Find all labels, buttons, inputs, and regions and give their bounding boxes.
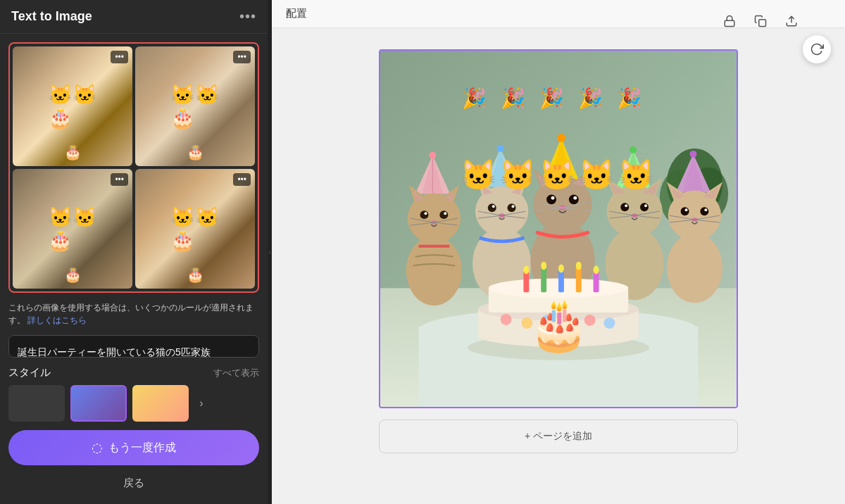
svg-rect-6 <box>419 327 699 407</box>
panel-header: Text to Image ••• <box>0 0 268 34</box>
style-thumb-2[interactable] <box>132 385 189 422</box>
style-nav-arrow[interactable]: › <box>194 396 208 410</box>
svg-rect-115 <box>541 267 546 293</box>
svg-point-20 <box>420 210 429 219</box>
svg-point-94 <box>685 208 688 211</box>
recreate-button[interactable]: ◌ もう一度作成 <box>8 430 259 465</box>
rule-link[interactable]: 詳しくはこちら <box>27 315 87 325</box>
rule-text: これらの画像を使用する場合は、いくつかのルールが適用されます。 詳しくはこちら <box>8 301 259 327</box>
svg-point-107 <box>521 317 532 329</box>
add-page-button[interactable]: + ページを追加 <box>379 420 738 453</box>
more-options-icon[interactable]: ••• <box>239 8 256 25</box>
svg-point-74 <box>620 203 629 211</box>
cat-emoji-1: 🐱🐱🎂 <box>13 46 132 166</box>
svg-point-109 <box>563 317 575 329</box>
svg-point-40 <box>492 205 495 208</box>
export-icon[interactable] <box>780 10 803 32</box>
svg-point-14 <box>429 152 436 159</box>
svg-point-68 <box>630 146 637 153</box>
svg-point-22 <box>425 212 427 215</box>
copy-icon[interactable] <box>749 10 772 32</box>
svg-point-101 <box>667 233 722 303</box>
svg-point-111 <box>603 317 615 329</box>
svg-point-108 <box>542 315 553 326</box>
svg-point-120 <box>541 262 546 270</box>
panel-content: 🐱🐱🎂 ••• 🐱🐱🎂 ••• 🐱🐱🎂 ••• 🐱🐱🎂 ••• <box>0 34 268 430</box>
style-thumb-plain[interactable] <box>8 385 65 422</box>
cat-emoji-2: 🐱🐱🎂 <box>135 46 255 166</box>
svg-point-92 <box>681 207 689 215</box>
svg-point-75 <box>640 203 649 211</box>
back-button[interactable]: 戻る <box>8 471 259 496</box>
svg-point-121 <box>558 265 564 273</box>
image-grid: 🐱🐱🎂 ••• 🐱🐱🎂 ••• 🐱🐱🎂 ••• 🐱🐱🎂 ••• <box>13 46 255 289</box>
svg-point-57 <box>569 194 579 204</box>
image-cell-4[interactable]: 🐱🐱🎂 ••• <box>135 169 255 289</box>
cell-menu-1[interactable]: ••• <box>111 51 128 63</box>
svg-point-56 <box>546 194 556 204</box>
image-cell-1[interactable]: 🐱🐱🎂 ••• <box>13 46 132 166</box>
svg-point-110 <box>584 315 596 326</box>
right-panel: 配置 <box>272 0 845 504</box>
lock-icon[interactable] <box>718 10 741 32</box>
svg-marker-52 <box>533 169 556 189</box>
svg-point-21 <box>439 210 448 219</box>
cat-emoji-4: 🐱🐱🎂 <box>135 169 255 289</box>
cell-menu-2[interactable]: ••• <box>233 51 251 63</box>
svg-point-32 <box>497 145 504 152</box>
style-label: スタイル <box>8 366 51 379</box>
main-cat-image: 🎉🎉🎉🎉🎉 <box>380 51 737 407</box>
style-thumb-1[interactable] <box>70 385 127 422</box>
cat-emoji-3: 🐱🐱🎂 <box>13 169 132 289</box>
recreate-icon: ◌ <box>92 440 103 455</box>
svg-point-106 <box>501 314 512 325</box>
svg-point-38 <box>488 203 496 212</box>
style-show-all[interactable]: すべて表示 <box>213 367 259 379</box>
canvas-area: 🎉🎉🎉🎉🎉 <box>272 28 845 504</box>
image-grid-wrapper: 🐱🐱🎂 ••• 🐱🐱🎂 ••• 🐱🐱🎂 ••• 🐱🐱🎂 ••• <box>8 42 259 293</box>
svg-point-119 <box>523 266 529 275</box>
panel-title: Text to Image <box>11 9 92 24</box>
right-header-title: 配置 <box>286 7 307 20</box>
prompt-textarea[interactable]: 誕生日パーティーを開いている猫の5匹家族 <box>8 335 259 358</box>
svg-point-50 <box>557 134 565 142</box>
svg-marker-53 <box>570 169 592 189</box>
svg-rect-1 <box>759 20 766 27</box>
svg-marker-54 <box>537 175 553 187</box>
svg-point-39 <box>508 203 516 212</box>
style-header: スタイル すべて表示 <box>8 366 259 379</box>
svg-rect-117 <box>576 267 582 293</box>
svg-point-122 <box>576 262 582 270</box>
svg-point-76 <box>625 204 627 207</box>
svg-rect-116 <box>558 270 564 293</box>
svg-point-123 <box>594 266 599 275</box>
image-cell-2[interactable]: 🐱🐱🎂 ••• <box>135 46 255 166</box>
panel-bottom: ◌ もう一度作成 戻る <box>0 430 268 504</box>
svg-point-95 <box>704 208 707 211</box>
svg-point-93 <box>700 207 708 215</box>
svg-point-77 <box>644 204 647 207</box>
svg-marker-55 <box>572 175 588 187</box>
svg-point-86 <box>690 151 697 158</box>
svg-rect-0 <box>725 20 734 26</box>
svg-point-59 <box>573 196 577 200</box>
right-toolbar <box>718 10 803 32</box>
recreate-label: もう一度作成 <box>108 441 176 455</box>
svg-point-23 <box>444 212 446 215</box>
svg-rect-114 <box>523 272 529 293</box>
image-cell-3[interactable]: 🐱🐱🎂 ••• <box>13 169 132 289</box>
style-thumbnails: › <box>8 385 259 422</box>
main-image-frame[interactable]: 🎉🎉🎉🎉🎉 <box>379 49 738 408</box>
svg-rect-118 <box>594 272 599 293</box>
cell-menu-4[interactable]: ••• <box>233 173 251 186</box>
style-section: スタイル すべて表示 › <box>8 366 259 422</box>
party-hats: 🎉🎉🎉🎉🎉 <box>462 87 656 110</box>
left-panel: Text to Image ••• 🐱🐱🎂 ••• 🐱🐱🎂 ••• 🐱🐱🎂 ••… <box>0 0 268 504</box>
refresh-button[interactable] <box>803 35 831 63</box>
svg-point-58 <box>551 196 555 200</box>
svg-point-41 <box>512 205 515 208</box>
cell-menu-3[interactable]: ••• <box>111 173 128 186</box>
